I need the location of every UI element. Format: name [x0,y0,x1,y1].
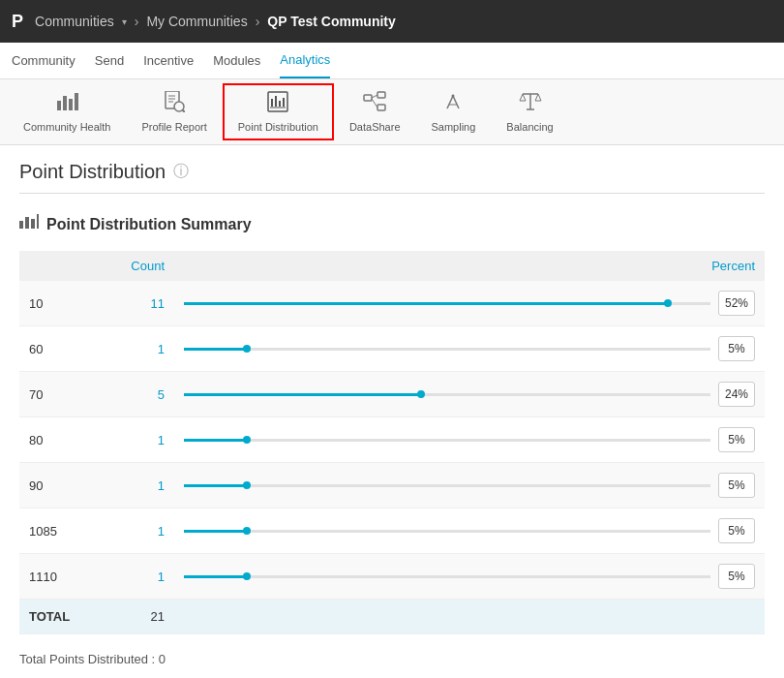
nav-send[interactable]: Send [95,44,124,77]
bar-track [184,439,710,442]
bar-container: 5% [184,336,755,361]
title-divider [19,193,765,194]
top-navigation: P Communities ▾ › My Communities › QP Te… [0,0,784,43]
col-header-percent: Percent [174,251,765,281]
percent-badge: 5% [718,427,755,452]
svg-rect-16 [364,95,372,101]
row-label: 1085 [19,508,97,554]
bar-container: 5% [184,564,755,589]
nav-modules[interactable]: Modules [213,44,260,77]
row-bar-cell: 5% [174,554,765,600]
bar-chart-icon [55,91,78,117]
icon-nav-community-health[interactable]: Community Health [8,83,126,140]
svg-rect-0 [57,101,61,110]
nav-community[interactable]: Community [12,44,75,77]
row-count: 1 [97,463,174,508]
bar-track [184,302,710,305]
breadcrumb-my-communities[interactable]: My Communities [146,14,247,29]
table-row: 70524% [19,372,765,417]
icon-nav-balancing[interactable]: Balancing [491,83,568,140]
page-title: Point Distribution [19,161,166,183]
bar-track [184,575,710,578]
icon-nav-sampling[interactable]: Sampling [416,83,492,140]
table-row: 8015% [19,417,765,463]
bar-track [184,530,710,533]
total-points-label: Total Points Distributed : 0 [19,652,166,666]
bar-fill [184,484,247,487]
page-title-row: Point Distribution ⓘ [19,161,765,183]
percent-badge: 5% [718,473,755,498]
bar-dot [664,299,672,307]
nav-incentive[interactable]: Incentive [143,44,194,77]
breadcrumb-sep-1: › [135,14,139,29]
svg-rect-27 [25,217,29,229]
breadcrumb-communities[interactable]: Communities ▾ [35,14,127,29]
svg-rect-2 [69,99,73,110]
percent-badge: 24% [718,382,755,407]
icon-nav-balancing-label: Balancing [506,121,553,133]
secondary-navigation: Community Send Incentive Modules Analyti… [0,43,784,79]
svg-rect-26 [19,221,23,229]
total-label: TOTAL [19,600,97,634]
row-count: 5 [97,372,174,417]
table-row: 101152% [19,281,765,326]
icon-nav-point-distribution[interactable]: Point Distribution [223,83,334,140]
communities-label[interactable]: Communities [35,14,114,29]
icon-nav-point-distribution-label: Point Distribution [238,121,318,133]
total-bar-cell [174,600,765,634]
table-row: 9015% [19,463,765,508]
point-distribution-icon [267,91,288,117]
bar-fill [184,393,421,396]
row-bar-cell: 5% [174,463,765,508]
icon-navigation: Community Health Profile Report [0,79,784,145]
icon-nav-datashare-label: DataShare [349,121,401,133]
page-content: Point Distribution ⓘ Point Distribution … [0,145,784,678]
help-icon[interactable]: ⓘ [173,162,189,182]
bar-container: 5% [184,518,755,543]
section-title-row: Point Distribution Summary [19,213,765,235]
bar-fill [184,439,247,442]
row-count: 11 [97,281,174,326]
total-row: TOTAL21 [19,600,765,634]
row-bar-cell: 5% [174,326,765,372]
bar-dot [243,345,251,353]
icon-nav-profile-report[interactable]: Profile Report [126,83,222,140]
percent-badge: 5% [718,564,755,589]
bar-dot [243,527,251,535]
communities-dropdown-icon[interactable]: ▾ [122,16,127,27]
bar-fill [184,348,247,351]
row-bar-cell: 24% [174,372,765,417]
row-bar-cell: 5% [174,417,765,463]
svg-rect-29 [37,214,39,229]
svg-rect-18 [377,105,385,110]
section-chart-icon [19,213,39,235]
nav-analytics[interactable]: Analytics [280,43,330,78]
table-row: 108515% [19,508,765,554]
svg-point-22 [452,95,455,98]
bar-container: 5% [184,473,755,498]
svg-rect-28 [31,219,35,229]
row-label: 70 [19,372,97,417]
bar-fill [184,302,668,305]
bar-dot [243,572,251,580]
total-count: 21 [97,600,174,634]
bar-container: 5% [184,427,755,452]
bar-container: 24% [184,382,755,407]
percent-badge: 5% [718,336,755,361]
percent-badge: 5% [718,518,755,543]
row-count: 1 [97,508,174,554]
current-community-label: QP Test Community [267,14,396,29]
bar-track [184,348,710,351]
sampling-icon [442,91,464,117]
percent-badge: 52% [718,291,755,316]
bar-container: 52% [184,291,755,316]
row-label: 1110 [19,554,97,600]
brand-logo: P [12,12,23,32]
icon-nav-datashare[interactable]: DataShare [334,83,416,140]
bar-track [184,393,710,396]
my-communities-label: My Communities [146,14,247,29]
col-header-count: Count [97,251,174,281]
svg-rect-17 [377,92,385,98]
table-row: 111015% [19,554,765,600]
breadcrumb-sep-2: › [256,14,260,29]
